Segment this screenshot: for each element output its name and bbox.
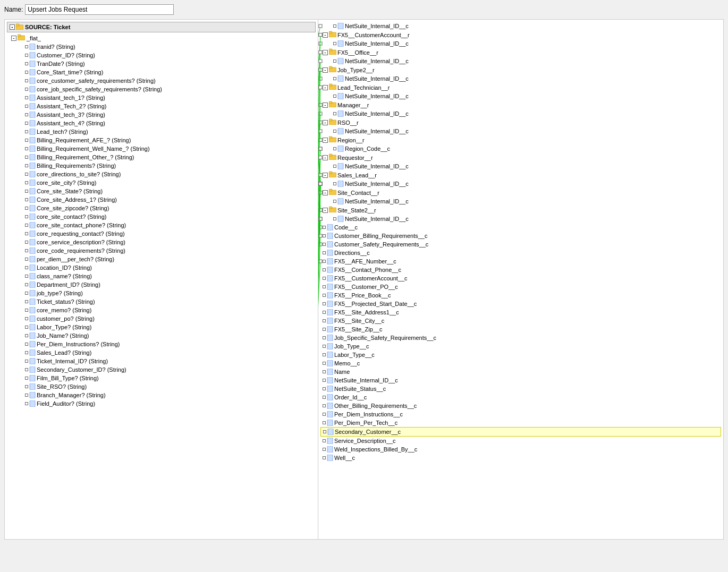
svg-rect-10 (30, 95, 35, 101)
group-expand-icon[interactable]: - (323, 208, 328, 213)
child-label: NetSuite_Internal_ID__c (345, 75, 409, 82)
child-file-icon (337, 216, 344, 222)
group-expand-icon[interactable]: - (323, 103, 328, 108)
child-file-icon (337, 163, 344, 169)
svg-rect-35 (30, 307, 35, 313)
svg-rect-11 (30, 103, 35, 109)
group-expand-icon[interactable]: - (323, 50, 328, 55)
left-field-node: Film_Bill_Type? (String) (7, 374, 316, 382)
right-group-child: NetSuite_Internal_ID__c (320, 74, 721, 83)
field-file-icon (29, 171, 36, 177)
left-connector (25, 96, 28, 99)
right-group-child: NetSuite_Internal_ID__c (320, 109, 721, 118)
connector-dot (333, 112, 336, 115)
right-group-header: - Lead_Technician__r (320, 83, 721, 92)
right-connector (323, 268, 326, 271)
svg-rect-178 (329, 66, 332, 69)
group-expand-icon[interactable]: - (323, 32, 328, 38)
left-field-node: job_type? (String) (7, 289, 316, 297)
field-label: Sales_Lead? (String) (37, 349, 91, 356)
svg-rect-230 (327, 446, 333, 453)
field-file-icon (29, 307, 36, 313)
left-connector (25, 402, 28, 405)
group-expand-icon[interactable]: - (323, 85, 328, 90)
svg-rect-43 (30, 375, 35, 381)
right-connector (323, 260, 326, 263)
right-field-node: Code__c (320, 223, 721, 232)
field-label: customer_po? (String) (37, 315, 95, 322)
group-expand-icon[interactable]: - (323, 120, 328, 125)
field-file-icon (29, 358, 36, 364)
group-folder-icon (329, 83, 336, 90)
right-file-icon (327, 233, 333, 239)
right-field-label: Customer_Safety_Requirements__c (334, 241, 428, 248)
right-group-child: Region_Code__c (320, 144, 721, 153)
left-connector (25, 62, 28, 65)
right-connector (323, 251, 326, 254)
right-field-node: FX5__Site_Zip__c (320, 325, 721, 334)
group-label: RSO__r (337, 119, 359, 126)
right-group: - Requestor__r NetSuite_Internal_ID__c (320, 153, 721, 170)
connector-dot (333, 217, 336, 220)
group-folder-icon (329, 206, 336, 212)
right-group-header: - Region__r (320, 135, 721, 144)
left-fields: tranid? (String) Customer_ID? (String) T… (7, 42, 316, 408)
left-connector (25, 164, 28, 167)
field-label: Assistant_tech_1? (String) (37, 94, 105, 101)
source-expand-icon[interactable]: - (10, 24, 15, 30)
left-connector (25, 241, 28, 244)
right-field-node: Well__c (320, 454, 721, 462)
svg-rect-181 (329, 84, 332, 86)
group-expand-icon[interactable]: - (323, 155, 328, 160)
right-file-icon (327, 301, 333, 307)
right-connector (323, 456, 326, 459)
svg-rect-213 (327, 301, 333, 307)
left-field-node: Core_site_State? (String) (7, 187, 316, 195)
group-label: Region__r (337, 136, 365, 144)
group-expand-icon[interactable]: - (323, 173, 328, 178)
right-connector (323, 319, 326, 322)
left-connector (25, 147, 28, 150)
svg-rect-229 (327, 438, 333, 444)
field-file-icon (29, 154, 36, 160)
right-field-node: Labor_Type__c (320, 351, 721, 359)
child-label: NetSuite_Internal_ID__c (345, 57, 409, 65)
field-label: core_site_city? (String) (37, 179, 97, 186)
name-input[interactable] (25, 4, 174, 15)
field-label: core_site_contact? (String) (37, 213, 106, 220)
svg-rect-1 (16, 24, 19, 26)
svg-rect-5 (30, 52, 35, 58)
right-panel: NetSuite_Internal_ID__c - FX5__CustomerA… (318, 20, 723, 539)
left-connector (25, 181, 28, 184)
svg-rect-223 (327, 386, 333, 392)
svg-rect-227 (327, 420, 333, 426)
connector-dot (333, 130, 336, 133)
field-file-icon (29, 315, 36, 322)
right-group-child: NetSuite_Internal_ID__c (320, 127, 721, 135)
right-field-label: FX5__Price_Book__c (334, 292, 391, 299)
left-connector (25, 224, 28, 227)
svg-rect-13 (30, 120, 35, 126)
child-file-icon (337, 181, 344, 187)
field-file-icon (29, 264, 36, 271)
group-expand-icon[interactable]: - (323, 67, 328, 73)
group-expand-icon[interactable]: - (323, 190, 328, 195)
right-group: - Site_Contact__r NetSuite_Internal_ID__… (320, 188, 721, 206)
left-connector (25, 198, 28, 201)
field-label: Film_Bill_Type? (String) (37, 374, 99, 382)
right-field-label: Well__c (334, 454, 355, 462)
field-label: Core_site_zipcode? (String) (37, 204, 109, 212)
group-expand-icon[interactable]: - (323, 138, 328, 143)
field-label: Department_ID? (String) (37, 281, 100, 288)
root-expand-icon[interactable]: - (11, 36, 16, 41)
group-label: Manager__r (337, 101, 369, 109)
right-top-field: NetSuite_Internal_ID__c (320, 22, 721, 30)
svg-rect-7 (30, 69, 35, 75)
right-field-label: Service_Description__c (334, 437, 396, 445)
right-file-icon (327, 411, 333, 417)
svg-rect-218 (327, 343, 333, 349)
field-file-icon (29, 214, 36, 220)
svg-rect-173 (338, 40, 343, 47)
field-file-icon (29, 324, 36, 330)
right-group-header: - Manager__r (320, 100, 721, 109)
